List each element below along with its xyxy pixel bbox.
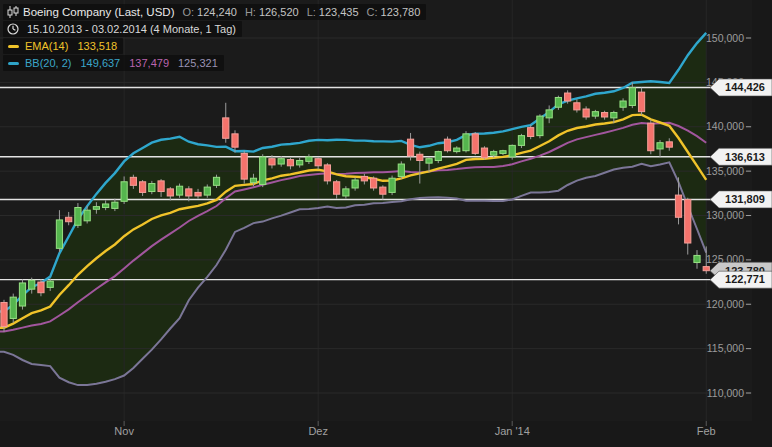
candle-down [602, 113, 608, 117]
ema-name: EMA(14) [25, 39, 68, 53]
candle-down [444, 139, 450, 151]
candle-down [315, 159, 321, 166]
low-label: L: [307, 5, 316, 19]
candle-up [546, 110, 552, 118]
candle-down [269, 159, 275, 165]
candle-down [324, 165, 330, 181]
date-range-text: 15.10.2013 - 03.02.2014 (4 Monate, 1 Tag… [27, 22, 236, 36]
bb-name: BB(20, 2) [25, 56, 71, 70]
bb-middle-value: 137,479 [129, 56, 169, 70]
candle-up [176, 186, 182, 195]
candle-up [537, 116, 543, 136]
candle-down [195, 192, 201, 196]
candle-up [352, 180, 358, 188]
candle-down [361, 176, 367, 180]
candle-up [56, 220, 62, 248]
candle-down [583, 109, 589, 117]
candle-up [29, 280, 35, 289]
x-axis-label: Feb [697, 425, 716, 437]
candle-up [10, 297, 16, 318]
candle-up [204, 187, 210, 195]
x-axis-label: Jan '14 [495, 425, 530, 437]
candle-up [213, 177, 219, 185]
candle-down [675, 195, 681, 217]
candle-down [38, 282, 44, 293]
chart-window: 110,000115,000120,000125,000130,000135,0… [0, 0, 772, 447]
candle-up [149, 184, 155, 192]
price-line-tag-label: 122,771 [725, 273, 765, 285]
candle-up [93, 207, 99, 210]
candle-up [629, 88, 635, 106]
candle-up [463, 134, 469, 151]
candle-down [528, 128, 534, 137]
y-axis-label: 150,000 [706, 32, 744, 44]
candle-up [592, 112, 598, 116]
candle-up [250, 178, 256, 182]
low-value: 123,435 [319, 5, 359, 19]
candle-up [620, 101, 626, 107]
candle-up [297, 160, 303, 164]
candle-up [518, 136, 524, 146]
instrument-title: Boeing Company (Last, USD) [23, 5, 174, 19]
candle-up [509, 145, 515, 157]
candle-up [343, 189, 349, 196]
candle-up [500, 151, 506, 154]
candle-down [417, 154, 423, 160]
candle-down [481, 148, 487, 158]
bb-lower-value: 125,321 [178, 56, 218, 70]
candle-up [454, 148, 460, 152]
ema-color-swatch [8, 45, 19, 48]
candle-down [407, 139, 413, 156]
high-value: 126,520 [259, 5, 299, 19]
candle-down [472, 134, 478, 154]
candle-down [130, 177, 136, 185]
ema-legend-row[interactable]: EMA(14) 133,518 [3, 38, 123, 54]
candle-down [638, 92, 644, 112]
y-axis-label: 120,000 [706, 298, 744, 310]
candle-down [186, 189, 192, 196]
candle-down [648, 123, 654, 151]
chart-legend: Boeing Company (Last, USD) O: 124,240 H:… [3, 4, 426, 71]
candle-up [555, 97, 561, 107]
candle-down [666, 142, 672, 147]
candle-up [657, 143, 663, 149]
open-label: O: [182, 5, 194, 19]
candlestick-icon [6, 6, 19, 19]
bb-legend-row[interactable]: BB(20, 2) 149,637 137,479 125,321 [3, 55, 224, 71]
candle-down [574, 103, 580, 110]
candle-down [371, 178, 377, 188]
bb-upper-value: 149,637 [80, 56, 120, 70]
candle-up [611, 113, 617, 118]
bb-color-swatch [8, 62, 19, 65]
candle-down [223, 118, 229, 138]
candle-down [287, 160, 293, 166]
candle-up [426, 159, 432, 163]
candle-up [112, 202, 118, 208]
right-axis-strip [752, 0, 772, 447]
candle-down [140, 182, 146, 193]
price-line-tag-label: 144,426 [725, 81, 765, 93]
candle-down [1, 302, 7, 326]
candle-up [103, 204, 109, 208]
candle-up [491, 152, 497, 156]
price-line-tag-label: 131,809 [725, 193, 765, 205]
candle-up [121, 182, 127, 202]
candle-down [232, 134, 238, 147]
candle-down [334, 182, 340, 194]
candle-down [703, 267, 709, 271]
open-value: 124,240 [197, 5, 237, 19]
high-label: H: [245, 5, 256, 19]
close-label: C: [367, 5, 378, 19]
candle-up [19, 283, 25, 306]
candle-down [241, 153, 247, 179]
y-axis-label: 135,000 [706, 165, 744, 177]
candle-up [398, 164, 404, 176]
candle-up [694, 255, 700, 262]
candle-down [167, 189, 173, 196]
x-axis-label: Dez [308, 425, 328, 437]
candle-up [84, 210, 90, 221]
instrument-row[interactable]: Boeing Company (Last, USD) O: 124,240 H:… [3, 4, 426, 20]
y-axis-label: 115,000 [707, 342, 744, 354]
date-range-row: 15.10.2013 - 03.02.2014 (4 Monate, 1 Tag… [3, 21, 242, 37]
candle-up [306, 157, 312, 161]
